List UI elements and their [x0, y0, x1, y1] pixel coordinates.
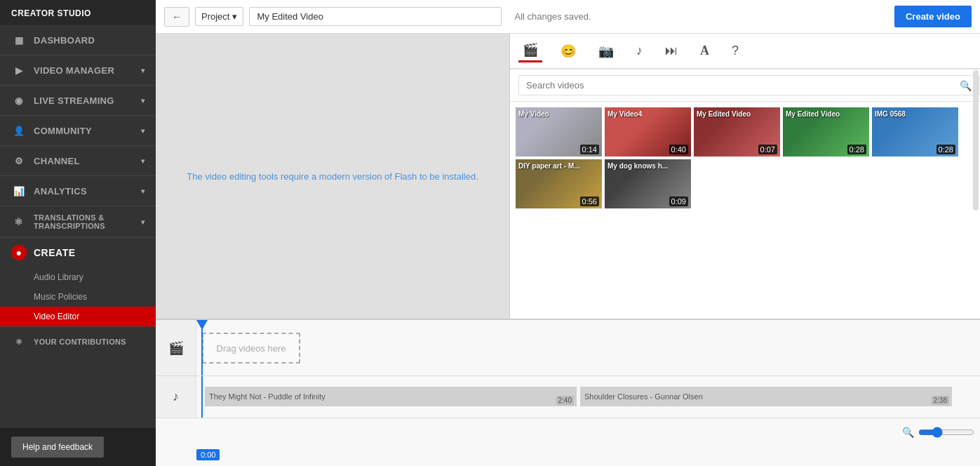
audio-track2-label: Shoulder Closures - Gunnar Olsen	[584, 392, 703, 401]
video-tab-icon[interactable]: 🎬	[518, 39, 542, 62]
video-thumb[interactable]: My Video 0:14	[516, 107, 602, 157]
thumb-title: DIY paper art - M...	[518, 162, 580, 170]
dashboard-icon: ▦	[11, 32, 27, 48]
video-thumb[interactable]: IMG 0568 0:28	[872, 107, 958, 157]
sidebar-item-your-contributions[interactable]: ⚛ YOUR CONTRIBUTIONS	[0, 326, 156, 357]
video-track-row: 🎬 Drag videos here	[156, 320, 980, 376]
sidebar-item-analytics[interactable]: 📊 ANALYTICS ▾	[0, 175, 156, 206]
timeline-area: 🎬 Drag videos here ♪ They Might Not - Pu…	[156, 319, 980, 466]
music-tab-icon[interactable]: ♪	[632, 41, 647, 61]
sidebar-help: Help and feedback	[0, 428, 156, 466]
sidebar-title: CREATOR STUDIO	[0, 0, 156, 25]
audio-track-row: ♪ They Might Not - Puddle of Infinity 2:…	[156, 376, 980, 418]
sidebar: CREATOR STUDIO ▦ DASHBOARD ▶ VIDEO MANAG…	[0, 0, 156, 466]
thumb-title: My Edited Video	[786, 110, 840, 118]
sidebar-item-channel[interactable]: ⚙ CHANNEL ▾	[0, 145, 156, 175]
video-duration: 0:07	[758, 145, 777, 154]
media-toolbar: 🎬 😊 📷 ♪ ⏭ A ?	[510, 34, 980, 69]
project-dropdown[interactable]: Project ▾	[195, 7, 243, 26]
sidebar-subitem-video-editor[interactable]: Video Editor	[0, 307, 156, 326]
sidebar-label-live-streaming: LIVE STREAMING	[34, 95, 114, 106]
community-icon: 👤	[11, 123, 27, 138]
sidebar-label-translations: TRANSLATIONS & TRANSCRIPTIONS	[34, 213, 141, 230]
video-thumb[interactable]: DIY paper art - M... 0:56	[516, 159, 602, 208]
zoom-controls: 🔍	[902, 427, 974, 438]
skip-tab-icon[interactable]: ⏭	[661, 41, 682, 61]
video-thumb[interactable]: My Edited Video 0:28	[783, 107, 869, 157]
video-track-label: 🎬	[156, 320, 196, 375]
sidebar-label-contributions: YOUR CONTRIBUTIONS	[34, 338, 126, 346]
sidebar-label-dashboard: DASHBOARD	[34, 35, 95, 46]
main-content: ← Project ▾ All changes saved. Create vi…	[156, 0, 980, 466]
project-dropdown-icon: ▾	[232, 11, 237, 22]
sidebar-subitem-music-policies[interactable]: Music Policies	[0, 287, 156, 307]
video-grid: My Video 0:14 My Video4 0:40 My Edited V…	[510, 102, 980, 319]
audio-block-1[interactable]: They Might Not - Puddle of Infinity 2:40	[205, 387, 577, 406]
project-name-input[interactable]	[249, 7, 502, 26]
help-feedback-button[interactable]: Help and feedback	[11, 437, 104, 458]
sidebar-label-video-manager: VIDEO MANAGER	[34, 65, 114, 76]
audio-track1-label: They Might Not - Puddle of Infinity	[209, 392, 325, 401]
thumb-title: IMG 0568	[875, 110, 906, 118]
search-bar: 🔍	[510, 69, 980, 102]
video-duration: 0:40	[669, 145, 688, 154]
flash-message: The video editing tools require a modern…	[173, 157, 492, 196]
zoom-slider[interactable]	[918, 427, 974, 438]
right-panel: 🎬 😊 📷 ♪ ⏭ A ? 🔍 My Video 0:14	[510, 34, 980, 319]
channel-icon: ⚙	[11, 153, 27, 168]
audio-track-icon: ♪	[173, 390, 179, 404]
chevron-down-icon: ▾	[141, 127, 145, 135]
video-duration: 0:28	[937, 145, 955, 154]
sidebar-item-video-manager[interactable]: ▶ VIDEO MANAGER ▾	[0, 55, 156, 85]
search-input[interactable]	[518, 75, 979, 95]
sidebar-label-create: CREATE	[34, 247, 76, 258]
sidebar-item-community[interactable]: 👤 COMMUNITY ▾	[0, 115, 156, 145]
emoji-tab-icon[interactable]: 😊	[556, 41, 580, 62]
sidebar-item-create[interactable]: ● CREATE	[0, 237, 156, 267]
sidebar-label-channel: CHANNEL	[34, 156, 80, 166]
back-button[interactable]: ←	[164, 7, 189, 27]
thumb-title: My Video4	[608, 110, 642, 118]
sidebar-subitem-audio-library[interactable]: Audio Library	[0, 267, 156, 287]
chevron-down-icon: ▾	[141, 67, 145, 74]
editor-area: The video editing tools require a modern…	[156, 34, 980, 319]
video-duration: 0:09	[669, 197, 688, 206]
chevron-down-icon: ▾	[141, 187, 145, 195]
create-video-button[interactable]: Create video	[894, 6, 972, 27]
audio-track-label: ♪	[156, 376, 196, 418]
search-icon-button[interactable]: 🔍	[960, 80, 972, 91]
drop-zone[interactable]: Drag videos here	[202, 333, 300, 364]
audio-badge-2: 2:38	[932, 396, 949, 405]
scrollbar-track	[973, 70, 979, 211]
help-tab-icon[interactable]: ?	[727, 41, 743, 61]
text-tab-icon[interactable]: A	[696, 41, 713, 61]
sidebar-item-dashboard[interactable]: ▦ DASHBOARD	[0, 25, 156, 55]
sidebar-label-analytics: ANALYTICS	[34, 186, 87, 197]
video-thumb[interactable]: My dog knows h... 0:09	[605, 159, 691, 208]
timecode-badge: 0:00	[196, 449, 220, 460]
preview-panel: The video editing tools require a modern…	[156, 34, 510, 319]
timeline-footer: 0:00 🔍	[156, 418, 980, 446]
create-icon: ●	[11, 245, 27, 260]
video-thumb[interactable]: My Video4 0:40	[605, 107, 691, 157]
project-label: Project	[201, 11, 229, 22]
camera-tab-icon[interactable]: 📷	[594, 41, 618, 62]
translations-icon: ⚛	[11, 214, 27, 229]
playhead-line-audio	[201, 376, 203, 418]
audio-badge-1: 2:40	[556, 396, 574, 405]
audio-block-2[interactable]: Shoulder Closures - Gunnar Olsen 2:38	[580, 387, 952, 406]
thumb-title: My Edited Video	[697, 110, 751, 118]
sidebar-label-community: COMMUNITY	[34, 126, 92, 136]
video-thumb[interactable]: My Edited Video 0:07	[694, 107, 780, 157]
sidebar-item-translations[interactable]: ⚛ TRANSLATIONS & TRANSCRIPTIONS ▾	[0, 206, 156, 237]
sidebar-item-live-streaming[interactable]: ◉ LIVE STREAMING ▾	[0, 85, 156, 115]
live-streaming-icon: ◉	[11, 93, 27, 108]
video-track-icon: 🎬	[168, 340, 184, 356]
playhead-handle[interactable]	[196, 320, 208, 330]
video-duration: 0:14	[580, 145, 599, 154]
video-duration: 0:28	[847, 145, 866, 154]
zoom-out-icon: 🔍	[902, 427, 914, 438]
topbar: ← Project ▾ All changes saved. Create vi…	[156, 0, 980, 34]
saved-status: All changes saved.	[514, 11, 591, 22]
contributions-icon: ⚛	[11, 334, 27, 350]
